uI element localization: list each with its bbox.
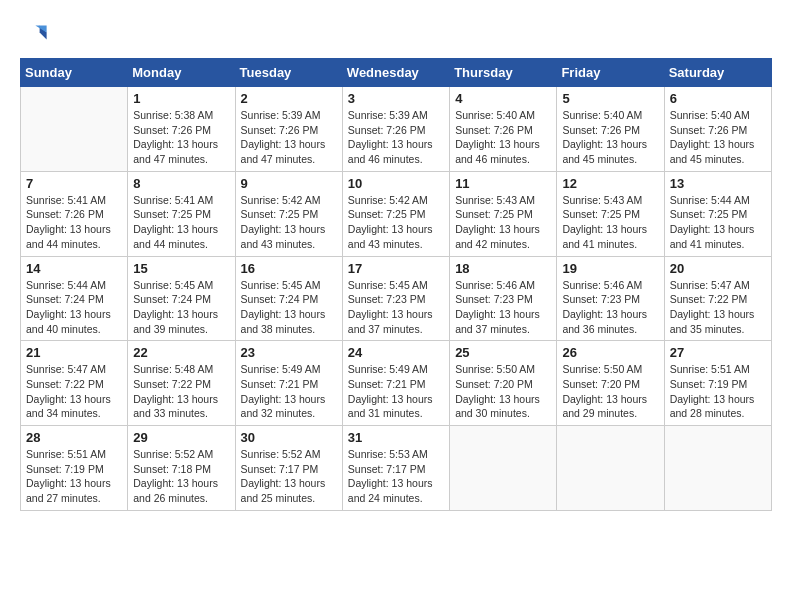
day-number: 14 [26, 261, 122, 276]
day-number: 26 [562, 345, 658, 360]
page-header [20, 20, 772, 48]
day-number: 15 [133, 261, 229, 276]
calendar-cell: 11Sunrise: 5:43 AM Sunset: 7:25 PM Dayli… [450, 171, 557, 256]
day-number: 2 [241, 91, 337, 106]
calendar-cell: 5Sunrise: 5:40 AM Sunset: 7:26 PM Daylig… [557, 87, 664, 172]
calendar-cell: 17Sunrise: 5:45 AM Sunset: 7:23 PM Dayli… [342, 256, 449, 341]
day-number: 5 [562, 91, 658, 106]
day-info: Sunrise: 5:52 AM Sunset: 7:18 PM Dayligh… [133, 447, 229, 506]
calendar-cell: 21Sunrise: 5:47 AM Sunset: 7:22 PM Dayli… [21, 341, 128, 426]
day-info: Sunrise: 5:40 AM Sunset: 7:26 PM Dayligh… [455, 108, 551, 167]
day-info: Sunrise: 5:46 AM Sunset: 7:23 PM Dayligh… [455, 278, 551, 337]
calendar-table: SundayMondayTuesdayWednesdayThursdayFrid… [20, 58, 772, 511]
day-info: Sunrise: 5:42 AM Sunset: 7:25 PM Dayligh… [241, 193, 337, 252]
weekday-header-friday: Friday [557, 59, 664, 87]
day-number: 28 [26, 430, 122, 445]
calendar-week-5: 28Sunrise: 5:51 AM Sunset: 7:19 PM Dayli… [21, 426, 772, 511]
calendar-cell: 10Sunrise: 5:42 AM Sunset: 7:25 PM Dayli… [342, 171, 449, 256]
calendar-cell: 15Sunrise: 5:45 AM Sunset: 7:24 PM Dayli… [128, 256, 235, 341]
day-number: 3 [348, 91, 444, 106]
calendar-cell: 28Sunrise: 5:51 AM Sunset: 7:19 PM Dayli… [21, 426, 128, 511]
calendar-cell: 8Sunrise: 5:41 AM Sunset: 7:25 PM Daylig… [128, 171, 235, 256]
calendar-cell: 20Sunrise: 5:47 AM Sunset: 7:22 PM Dayli… [664, 256, 771, 341]
calendar-week-1: 1Sunrise: 5:38 AM Sunset: 7:26 PM Daylig… [21, 87, 772, 172]
logo [20, 20, 52, 48]
day-info: Sunrise: 5:49 AM Sunset: 7:21 PM Dayligh… [348, 362, 444, 421]
calendar-cell: 3Sunrise: 5:39 AM Sunset: 7:26 PM Daylig… [342, 87, 449, 172]
day-info: Sunrise: 5:50 AM Sunset: 7:20 PM Dayligh… [562, 362, 658, 421]
weekday-header-wednesday: Wednesday [342, 59, 449, 87]
day-number: 25 [455, 345, 551, 360]
day-number: 6 [670, 91, 766, 106]
calendar-cell: 26Sunrise: 5:50 AM Sunset: 7:20 PM Dayli… [557, 341, 664, 426]
day-info: Sunrise: 5:45 AM Sunset: 7:24 PM Dayligh… [133, 278, 229, 337]
day-number: 4 [455, 91, 551, 106]
day-info: Sunrise: 5:49 AM Sunset: 7:21 PM Dayligh… [241, 362, 337, 421]
weekday-header-sunday: Sunday [21, 59, 128, 87]
calendar-cell: 18Sunrise: 5:46 AM Sunset: 7:23 PM Dayli… [450, 256, 557, 341]
weekday-header-thursday: Thursday [450, 59, 557, 87]
calendar-cell: 27Sunrise: 5:51 AM Sunset: 7:19 PM Dayli… [664, 341, 771, 426]
calendar-cell: 9Sunrise: 5:42 AM Sunset: 7:25 PM Daylig… [235, 171, 342, 256]
day-info: Sunrise: 5:44 AM Sunset: 7:24 PM Dayligh… [26, 278, 122, 337]
calendar-cell [21, 87, 128, 172]
calendar-cell: 13Sunrise: 5:44 AM Sunset: 7:25 PM Dayli… [664, 171, 771, 256]
day-info: Sunrise: 5:53 AM Sunset: 7:17 PM Dayligh… [348, 447, 444, 506]
calendar-body: 1Sunrise: 5:38 AM Sunset: 7:26 PM Daylig… [21, 87, 772, 511]
day-number: 17 [348, 261, 444, 276]
day-info: Sunrise: 5:48 AM Sunset: 7:22 PM Dayligh… [133, 362, 229, 421]
calendar-cell: 30Sunrise: 5:52 AM Sunset: 7:17 PM Dayli… [235, 426, 342, 511]
day-number: 13 [670, 176, 766, 191]
day-number: 1 [133, 91, 229, 106]
day-info: Sunrise: 5:42 AM Sunset: 7:25 PM Dayligh… [348, 193, 444, 252]
calendar-cell [450, 426, 557, 511]
weekday-header-tuesday: Tuesday [235, 59, 342, 87]
day-info: Sunrise: 5:41 AM Sunset: 7:25 PM Dayligh… [133, 193, 229, 252]
weekday-header-monday: Monday [128, 59, 235, 87]
logo-icon [20, 20, 48, 48]
day-number: 8 [133, 176, 229, 191]
weekday-header-saturday: Saturday [664, 59, 771, 87]
day-number: 18 [455, 261, 551, 276]
weekday-header-row: SundayMondayTuesdayWednesdayThursdayFrid… [21, 59, 772, 87]
calendar-cell: 14Sunrise: 5:44 AM Sunset: 7:24 PM Dayli… [21, 256, 128, 341]
calendar-cell: 6Sunrise: 5:40 AM Sunset: 7:26 PM Daylig… [664, 87, 771, 172]
day-info: Sunrise: 5:39 AM Sunset: 7:26 PM Dayligh… [241, 108, 337, 167]
calendar-cell: 19Sunrise: 5:46 AM Sunset: 7:23 PM Dayli… [557, 256, 664, 341]
day-number: 23 [241, 345, 337, 360]
day-number: 19 [562, 261, 658, 276]
day-number: 7 [26, 176, 122, 191]
calendar-cell: 31Sunrise: 5:53 AM Sunset: 7:17 PM Dayli… [342, 426, 449, 511]
calendar-cell [664, 426, 771, 511]
calendar-cell: 24Sunrise: 5:49 AM Sunset: 7:21 PM Dayli… [342, 341, 449, 426]
day-info: Sunrise: 5:40 AM Sunset: 7:26 PM Dayligh… [562, 108, 658, 167]
calendar-header: SundayMondayTuesdayWednesdayThursdayFrid… [21, 59, 772, 87]
day-info: Sunrise: 5:39 AM Sunset: 7:26 PM Dayligh… [348, 108, 444, 167]
day-info: Sunrise: 5:47 AM Sunset: 7:22 PM Dayligh… [670, 278, 766, 337]
calendar-week-3: 14Sunrise: 5:44 AM Sunset: 7:24 PM Dayli… [21, 256, 772, 341]
day-number: 12 [562, 176, 658, 191]
day-info: Sunrise: 5:45 AM Sunset: 7:23 PM Dayligh… [348, 278, 444, 337]
day-number: 31 [348, 430, 444, 445]
day-number: 11 [455, 176, 551, 191]
day-number: 27 [670, 345, 766, 360]
day-info: Sunrise: 5:45 AM Sunset: 7:24 PM Dayligh… [241, 278, 337, 337]
day-info: Sunrise: 5:38 AM Sunset: 7:26 PM Dayligh… [133, 108, 229, 167]
day-number: 29 [133, 430, 229, 445]
day-info: Sunrise: 5:51 AM Sunset: 7:19 PM Dayligh… [670, 362, 766, 421]
day-number: 10 [348, 176, 444, 191]
day-number: 24 [348, 345, 444, 360]
day-info: Sunrise: 5:46 AM Sunset: 7:23 PM Dayligh… [562, 278, 658, 337]
calendar-cell: 4Sunrise: 5:40 AM Sunset: 7:26 PM Daylig… [450, 87, 557, 172]
day-number: 30 [241, 430, 337, 445]
day-number: 9 [241, 176, 337, 191]
day-info: Sunrise: 5:43 AM Sunset: 7:25 PM Dayligh… [455, 193, 551, 252]
day-info: Sunrise: 5:50 AM Sunset: 7:20 PM Dayligh… [455, 362, 551, 421]
calendar-week-4: 21Sunrise: 5:47 AM Sunset: 7:22 PM Dayli… [21, 341, 772, 426]
calendar-cell: 16Sunrise: 5:45 AM Sunset: 7:24 PM Dayli… [235, 256, 342, 341]
calendar-cell: 12Sunrise: 5:43 AM Sunset: 7:25 PM Dayli… [557, 171, 664, 256]
calendar-cell: 22Sunrise: 5:48 AM Sunset: 7:22 PM Dayli… [128, 341, 235, 426]
day-number: 16 [241, 261, 337, 276]
calendar-cell: 1Sunrise: 5:38 AM Sunset: 7:26 PM Daylig… [128, 87, 235, 172]
day-info: Sunrise: 5:40 AM Sunset: 7:26 PM Dayligh… [670, 108, 766, 167]
